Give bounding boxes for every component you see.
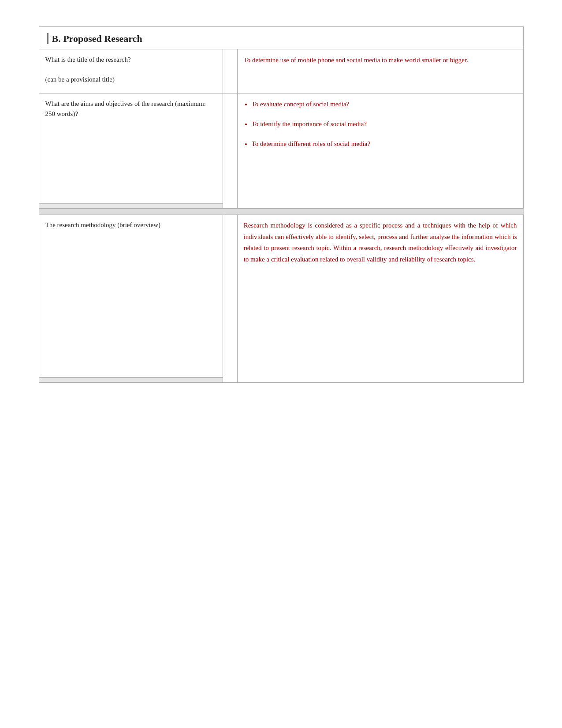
scroll-area-methodology[interactable] (39, 377, 223, 382)
row-aims: What are the aims and objectives of the … (39, 93, 523, 208)
methodology-content: Research methodology is considered as a … (238, 215, 523, 382)
row2-divider (223, 93, 238, 208)
aims-label: What are the aims and objectives of the … (39, 93, 223, 208)
objectives-list: To evaluate concept of social media? To … (244, 99, 517, 149)
title-label-line1: What is the title of the research? (45, 55, 216, 65)
horizontal-scrollbar[interactable] (39, 209, 524, 215)
scroll-area-row2[interactable] (39, 203, 223, 208)
row1-divider (223, 49, 238, 93)
methodology-text: Research methodology is considered as a … (244, 220, 517, 265)
title-label-line2: (can be a provisional title) (45, 75, 216, 85)
objective-2: To identify the importance of social med… (252, 119, 517, 130)
aims-objectives: To evaluate concept of social media? To … (238, 93, 523, 208)
section-b-header: B. Proposed Research (39, 27, 523, 49)
methodology-label-text: The research methodology (brief overview… (45, 220, 216, 230)
row-methodology: The research methodology (brief overview… (39, 215, 523, 382)
objective-1: To evaluate concept of social media? (252, 99, 517, 110)
methodology-table: The research methodology (brief overview… (39, 215, 524, 383)
section-header-row: B. Proposed Research (39, 27, 523, 49)
aims-label-text: What are the aims and objectives of the … (45, 99, 216, 119)
title-answer: To determine use of mobile phone and soc… (238, 49, 523, 93)
section-b-table: B. Proposed Research What is the title o… (39, 26, 524, 209)
methodology-label: The research methodology (brief overview… (39, 215, 223, 382)
row-title: What is the title of the research? (can … (39, 49, 523, 93)
objective-3: To determine different roles of social m… (252, 138, 517, 149)
title-label: What is the title of the research? (can … (39, 49, 223, 93)
row3-divider (223, 215, 238, 382)
section-b-title: B. Proposed Research (47, 33, 142, 44)
page-wrapper: B. Proposed Research What is the title o… (39, 26, 524, 383)
